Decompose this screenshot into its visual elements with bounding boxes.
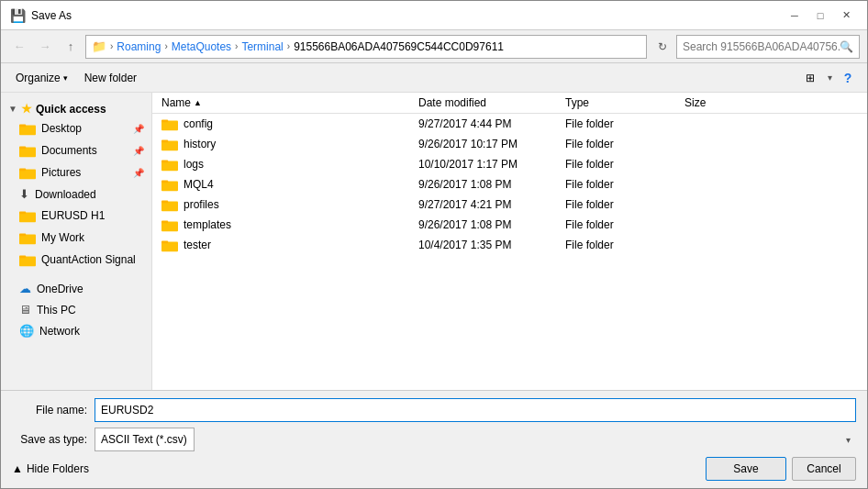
table-row[interactable]: logs 10/10/2017 1:17 PM File folder xyxy=(152,154,867,174)
table-row[interactable]: tester 10/4/2017 1:35 PM File folder xyxy=(152,235,867,255)
network-icon: 🌐 xyxy=(19,324,34,338)
sidebar-item-pictures[interactable]: Pictures 📌 xyxy=(1,161,151,183)
close-button[interactable]: ✕ xyxy=(834,6,858,25)
cancel-button[interactable]: Cancel xyxy=(792,457,856,481)
folder-icon xyxy=(161,177,178,192)
view-icon: ⊞ xyxy=(806,72,815,84)
sidebar-desktop-label: Desktop xyxy=(41,122,82,135)
table-row[interactable]: history 9/26/2017 10:17 PM File folder xyxy=(152,134,867,154)
desktop-pin-icon: 📌 xyxy=(133,124,144,134)
folder-icon xyxy=(161,137,178,151)
quick-access-header[interactable]: ▼ ★ Quick access xyxy=(1,96,151,117)
table-row[interactable]: templates 9/26/2017 1:08 PM File folder xyxy=(152,215,867,235)
sidebar-item-network[interactable]: 🌐 Network xyxy=(1,320,151,341)
navigation-toolbar: ← → ↑ 📁 › Roaming › MetaQuotes › Termina… xyxy=(1,30,867,63)
content-area: ▼ ★ Quick access Desktop 📌 Documents 📌 xyxy=(1,93,867,390)
svg-rect-15 xyxy=(161,140,168,143)
file-name-cell: logs xyxy=(161,157,418,172)
help-button[interactable]: ? xyxy=(838,68,858,88)
back-button[interactable]: ← xyxy=(8,36,30,58)
filetype-row: Save as type: ASCII Text (*.csv) CSV (*.… xyxy=(12,428,856,451)
folder-icon xyxy=(19,121,36,136)
minimize-button[interactable]: ─ xyxy=(783,6,807,25)
maximize-button[interactable]: □ xyxy=(808,6,832,25)
file-name: templates xyxy=(184,218,231,231)
sidebar-documents-label: Documents xyxy=(41,144,97,157)
new-folder-button[interactable]: New folder xyxy=(79,70,142,86)
table-row[interactable]: profiles 9/27/2017 4:21 PM File folder xyxy=(152,194,867,215)
save-button[interactable]: Save xyxy=(706,457,786,481)
sidebar-item-quantaction[interactable]: QuantAction Signal xyxy=(1,249,151,271)
cancel-label: Cancel xyxy=(807,462,840,475)
sidebar-item-onedrive[interactable]: ☁ OneDrive xyxy=(1,278,151,299)
title-bar: 💾 Save As ─ □ ✕ xyxy=(1,1,867,30)
sidebar-network-label: Network xyxy=(39,325,80,338)
view-toggle-button[interactable]: ⊞ xyxy=(798,68,822,88)
file-name: tester xyxy=(184,239,211,251)
svg-rect-1 xyxy=(19,125,26,128)
table-row[interactable]: MQL4 9/26/2017 1:08 PM File folder xyxy=(152,174,867,194)
column-date[interactable]: Date modified xyxy=(418,96,565,109)
sidebar-item-documents[interactable]: Documents 📌 xyxy=(1,139,151,161)
file-date: 9/26/2017 10:17 PM xyxy=(418,138,565,150)
file-date: 9/27/2017 4:21 PM xyxy=(418,198,565,211)
up-button[interactable]: ↑ xyxy=(60,36,82,58)
filename-input[interactable] xyxy=(95,398,856,422)
sort-arrow-icon: ▲ xyxy=(194,98,202,107)
file-name-cell: profiles xyxy=(161,197,418,212)
search-box[interactable]: 🔍 xyxy=(676,35,860,59)
folder-icon xyxy=(19,143,36,158)
refresh-button[interactable]: ↻ xyxy=(652,37,673,57)
title-bar-controls: ─ □ ✕ xyxy=(783,6,858,25)
organize-button[interactable]: Organize ▾ xyxy=(10,70,73,86)
select-dropdown-icon: ▾ xyxy=(846,435,851,445)
breadcrumb-terminal[interactable]: Terminal xyxy=(241,40,283,53)
sidebar-pictures-label: Pictures xyxy=(41,166,81,179)
save-as-dialog: 💾 Save As ─ □ ✕ ← → ↑ 📁 › Roaming › Meta… xyxy=(0,0,868,489)
svg-rect-23 xyxy=(161,221,168,224)
file-name: profiles xyxy=(184,198,219,211)
forward-button[interactable]: → xyxy=(34,36,56,58)
svg-rect-25 xyxy=(161,241,168,244)
file-name: logs xyxy=(184,158,204,171)
column-type[interactable]: Type xyxy=(565,96,684,109)
hide-folders-button[interactable]: ▲ Hide Folders xyxy=(12,462,89,475)
sidebar-item-mywork[interactable]: My Work xyxy=(1,227,151,249)
svg-rect-7 xyxy=(19,212,26,215)
breadcrumb-roaming[interactable]: Roaming xyxy=(117,40,161,53)
file-name-cell: MQL4 xyxy=(161,177,418,192)
download-icon: ⬇ xyxy=(19,187,29,201)
column-size[interactable]: Size xyxy=(684,96,758,109)
sidebar-item-thispc[interactable]: 🖥 This PC xyxy=(1,299,151,320)
search-input[interactable] xyxy=(683,40,840,53)
dialog-title: Save As xyxy=(31,9,72,22)
address-bar[interactable]: 📁 › Roaming › MetaQuotes › Terminal › 91… xyxy=(85,35,647,59)
new-folder-label: New folder xyxy=(84,72,137,84)
sidebar-quantaction-label: QuantAction Signal xyxy=(41,253,136,266)
thispc-icon: 🖥 xyxy=(19,303,31,317)
hide-folders-label: Hide Folders xyxy=(27,462,89,475)
sidebar-item-desktop[interactable]: Desktop 📌 xyxy=(1,117,151,139)
file-name-cell: config xyxy=(161,117,418,131)
breadcrumb-metaquotes[interactable]: MetaQuotes xyxy=(172,40,231,53)
folder-icon xyxy=(161,197,178,212)
file-date: 9/26/2017 1:08 PM xyxy=(418,218,565,231)
file-date: 10/4/2017 1:35 PM xyxy=(418,239,565,251)
table-row[interactable]: config 9/27/2017 4:44 PM File folder xyxy=(152,114,867,134)
sidebar-onedrive-label: OneDrive xyxy=(37,283,83,295)
file-area: Name ▲ Date modified Type Size xyxy=(152,93,867,390)
file-rows-container: config 9/27/2017 4:44 PM File folder his… xyxy=(152,114,867,255)
breadcrumb-current: 915566BA06ADA407569C544CC0D97611 xyxy=(294,40,504,53)
svg-rect-13 xyxy=(161,120,168,123)
onedrive-icon: ☁ xyxy=(19,282,31,295)
sidebar-item-eurusd[interactable]: EURUSD H1 xyxy=(1,205,151,227)
file-type: File folder xyxy=(565,117,684,130)
column-name[interactable]: Name ▲ xyxy=(161,96,418,109)
svg-rect-17 xyxy=(161,161,168,163)
documents-pin-icon: 📌 xyxy=(133,146,144,156)
sidebar: ▼ ★ Quick access Desktop 📌 Documents 📌 xyxy=(1,93,152,390)
file-name: MQL4 xyxy=(184,178,214,191)
filetype-select[interactable]: ASCII Text (*.csv) CSV (*.csv) Text (*.t… xyxy=(95,428,195,451)
sidebar-item-downloaded[interactable]: ⬇ Downloaded xyxy=(1,183,151,205)
file-name-cell: history xyxy=(161,137,418,151)
